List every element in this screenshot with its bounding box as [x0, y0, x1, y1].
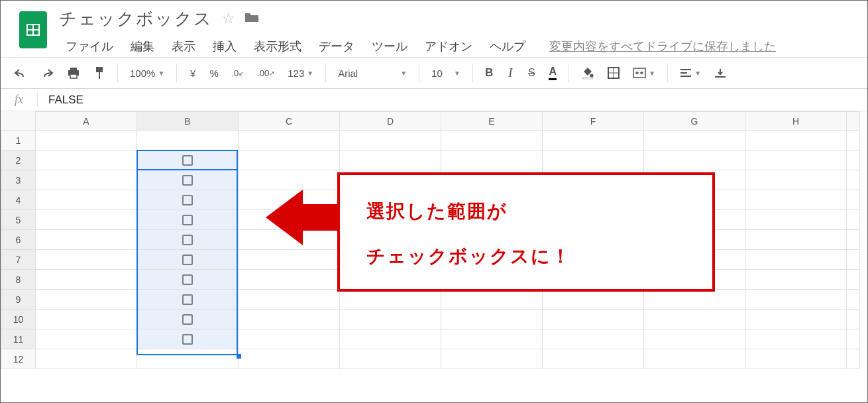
- star-icon[interactable]: ☆: [222, 10, 235, 27]
- save-status[interactable]: 変更内容をすべてドライブに保存しました: [549, 38, 776, 54]
- checkbox-icon[interactable]: [182, 155, 193, 166]
- row-header-1[interactable]: 1: [1, 131, 36, 150]
- zoom-value: 100%: [130, 68, 155, 79]
- currency-button[interactable]: ¥: [185, 64, 201, 82]
- cell-B9[interactable]: [137, 290, 239, 310]
- col-header-C[interactable]: C: [239, 112, 340, 131]
- toolbar: 100% ▼ ¥ % .0↙ .00↗ 123 ▼ Arial ▼ 10 ▼ B…: [1, 57, 867, 89]
- col-header-D[interactable]: D: [340, 112, 441, 131]
- merge-cells-button[interactable]: ▼: [629, 68, 659, 78]
- svg-rect-4: [70, 68, 77, 70]
- spreadsheet-grid[interactable]: A B C D E F G H 1 2 3 4 5 6 7 8 9 10 11 …: [1, 111, 867, 400]
- row-header-8[interactable]: 8: [1, 270, 36, 290]
- print-button[interactable]: [63, 64, 84, 82]
- checkbox-icon[interactable]: [182, 314, 193, 325]
- col-header-A[interactable]: A: [36, 112, 137, 131]
- menu-help[interactable]: ヘルプ: [483, 36, 532, 57]
- row-header-5[interactable]: 5: [1, 210, 36, 230]
- cell-B11[interactable]: [137, 329, 239, 349]
- col-header-E[interactable]: E: [441, 112, 543, 131]
- number-format-select[interactable]: 123 ▼: [284, 68, 317, 79]
- chevron-down-icon: ▼: [158, 70, 164, 77]
- menubar: ファイル 編集 表示 挿入 表示形式 データ ツール アドオン ヘルプ 変更内容…: [59, 36, 776, 57]
- col-header-F[interactable]: F: [543, 112, 644, 131]
- cell-B7[interactable]: [137, 250, 239, 270]
- checkbox-icon[interactable]: [182, 235, 193, 245]
- svg-rect-6: [70, 74, 77, 78]
- col-header-H[interactable]: H: [745, 112, 847, 131]
- menu-data[interactable]: データ: [312, 36, 361, 57]
- cell-B10[interactable]: [137, 310, 239, 329]
- document-title[interactable]: チェックボックス: [59, 6, 213, 30]
- cell-B8[interactable]: [137, 270, 239, 290]
- horizontal-align-button[interactable]: ▼: [676, 68, 705, 78]
- row-header-4[interactable]: 4: [1, 190, 36, 210]
- checkbox-icon[interactable]: [182, 175, 193, 186]
- menu-file[interactable]: ファイル: [59, 36, 120, 57]
- row-header-7[interactable]: 7: [1, 250, 36, 270]
- checkbox-icon[interactable]: [182, 334, 193, 345]
- checkbox-icon[interactable]: [182, 195, 193, 205]
- row-header-12[interactable]: 12: [1, 349, 36, 369]
- font-size-value: 10: [431, 68, 451, 79]
- decrease-decimal-button[interactable]: .0↙: [227, 64, 248, 82]
- formula-value[interactable]: FALSE: [38, 93, 83, 107]
- menu-addons[interactable]: アドオン: [418, 36, 479, 57]
- text-color-button[interactable]: A: [545, 64, 561, 82]
- menu-edit[interactable]: 編集: [124, 36, 161, 57]
- svg-rect-10: [582, 78, 593, 79]
- svg-point-9: [590, 74, 594, 78]
- checkbox-icon[interactable]: [182, 294, 193, 305]
- undo-button[interactable]: [10, 64, 31, 82]
- annotation-line2: チェックボックスに！: [366, 244, 686, 269]
- cell-B2[interactable]: [137, 150, 239, 170]
- paint-format-button[interactable]: [89, 64, 109, 82]
- italic-button[interactable]: I: [502, 64, 518, 82]
- formula-bar: fx FALSE: [1, 89, 867, 111]
- checkbox-icon[interactable]: [182, 215, 193, 225]
- redo-button[interactable]: [36, 64, 58, 82]
- checkbox-icon[interactable]: [182, 274, 193, 285]
- annotation-line1: 選択した範囲が: [366, 199, 686, 224]
- bold-button[interactable]: B: [481, 64, 497, 82]
- checkbox-icon[interactable]: [182, 255, 193, 265]
- annotation-callout: 選択した範囲が チェックボックスに！: [337, 172, 715, 292]
- svg-rect-14: [633, 68, 645, 78]
- row-header-6[interactable]: 6: [1, 230, 36, 250]
- row-header-2[interactable]: 2: [1, 150, 36, 170]
- font-select[interactable]: Arial ▼: [334, 68, 411, 79]
- select-all-corner[interactable]: [1, 112, 36, 131]
- strikethrough-button[interactable]: S: [523, 64, 539, 82]
- borders-button[interactable]: [604, 64, 624, 82]
- selection-drag-handle[interactable]: [237, 354, 241, 359]
- menu-format[interactable]: 表示形式: [247, 36, 308, 57]
- row-header-3[interactable]: 3: [1, 170, 36, 190]
- folder-icon[interactable]: [244, 10, 259, 27]
- cell-B3[interactable]: [137, 170, 239, 190]
- col-header-G[interactable]: G: [644, 112, 745, 131]
- row-header-9[interactable]: 9: [1, 290, 36, 310]
- fx-icon[interactable]: fx: [1, 93, 38, 107]
- cell-B5[interactable]: [137, 210, 239, 230]
- col-header-B[interactable]: B: [137, 112, 239, 131]
- header: チェックボックス ☆ ファイル 編集 表示 挿入 表示形式 データ ツール アド…: [1, 1, 867, 57]
- fill-color-button[interactable]: [577, 64, 598, 82]
- number-format-label: 123: [288, 68, 304, 79]
- menu-tools[interactable]: ツール: [365, 36, 414, 57]
- row-header-10[interactable]: 10: [1, 310, 36, 329]
- cell-B4[interactable]: [137, 190, 239, 210]
- zoom-select[interactable]: 100% ▼: [126, 68, 168, 79]
- font-size-select[interactable]: 10 ▼: [427, 68, 464, 79]
- increase-decimal-button[interactable]: .00↗: [253, 64, 278, 82]
- cell-B6[interactable]: [137, 230, 239, 250]
- percent-button[interactable]: %: [206, 64, 222, 82]
- font-name: Arial: [338, 68, 398, 79]
- col-header-extra[interactable]: [847, 112, 860, 131]
- chevron-down-icon: ▼: [454, 70, 461, 77]
- vertical-align-button[interactable]: [710, 64, 730, 82]
- sheets-app-icon[interactable]: [19, 11, 47, 48]
- menu-insert[interactable]: 挿入: [206, 36, 243, 57]
- chevron-down-icon: ▼: [400, 70, 407, 77]
- row-header-11[interactable]: 11: [1, 329, 36, 349]
- menu-view[interactable]: 表示: [165, 36, 202, 57]
